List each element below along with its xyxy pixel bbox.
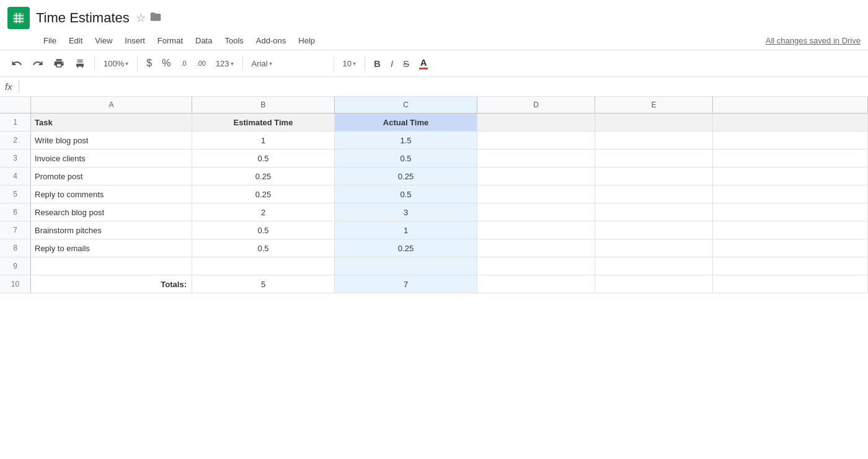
cell-5a[interactable]: Reply to comments xyxy=(31,185,192,203)
app-logo xyxy=(7,7,30,29)
cell-2b[interactable]: 1 xyxy=(192,131,335,149)
cell-4a[interactable]: Promote post xyxy=(31,167,192,185)
menu-view[interactable]: View xyxy=(89,35,118,47)
cell-9a[interactable] xyxy=(31,257,192,275)
cell-9e[interactable] xyxy=(595,257,713,275)
font-size-selector[interactable]: 10 ▾ xyxy=(339,57,360,70)
cell-5e[interactable] xyxy=(595,185,713,203)
cell-2rest xyxy=(713,131,868,149)
a-letter: A xyxy=(420,58,427,67)
cell-3e[interactable] xyxy=(595,149,713,167)
col-header-e[interactable]: E xyxy=(595,97,713,113)
font-size-label: 10 xyxy=(343,59,352,68)
italic-button[interactable]: I xyxy=(387,56,397,71)
cell-6c[interactable]: 3 xyxy=(335,203,477,221)
cell-1e[interactable] xyxy=(595,114,713,131)
menu-file[interactable]: File xyxy=(37,35,63,47)
folder-icon[interactable] xyxy=(149,11,162,26)
menu-tools[interactable]: Tools xyxy=(218,35,249,47)
cell-10c[interactable]: 7 xyxy=(335,275,477,293)
cell-4rest xyxy=(713,167,868,185)
row-num-4: 4 xyxy=(0,167,31,185)
zoom-selector[interactable]: 100% ▾ xyxy=(100,57,132,70)
row-num-7: 7 xyxy=(0,221,31,239)
cell-5rest xyxy=(713,185,868,203)
col-header-b[interactable]: B xyxy=(192,97,335,113)
print-button[interactable] xyxy=(50,55,68,71)
cell-7d[interactable] xyxy=(477,221,595,239)
font-selector[interactable]: Arial ▾ xyxy=(248,57,329,70)
decimal-decrease-button[interactable]: .0 xyxy=(177,57,190,69)
menu-addons[interactable]: Add-ons xyxy=(250,35,292,47)
cell-8c[interactable]: 0.25 xyxy=(335,239,477,257)
cell-4e[interactable] xyxy=(595,167,713,185)
toolbar: 100% ▾ $ % .0 .00 123 ▾ Arial ▾ 10 ▾ B I xyxy=(0,50,868,77)
cell-1b[interactable]: Estimated Time xyxy=(192,114,335,131)
menu-format[interactable]: Format xyxy=(151,35,189,47)
cell-4d[interactable] xyxy=(477,167,595,185)
cell-5c[interactable]: 0.5 xyxy=(335,185,477,203)
cell-2c[interactable]: 1.5 xyxy=(335,131,477,149)
star-icon[interactable]: ☆ xyxy=(136,11,146,25)
cell-3b[interactable]: 0.5 xyxy=(192,149,335,167)
row-num-3: 3 xyxy=(0,149,31,167)
cell-3c[interactable]: 0.5 xyxy=(335,149,477,167)
col-header-c[interactable]: C xyxy=(335,97,477,113)
cell-7e[interactable] xyxy=(595,221,713,239)
menu-help[interactable]: Help xyxy=(292,35,321,47)
cell-9c[interactable] xyxy=(335,257,477,275)
strikethrough-button[interactable]: S xyxy=(399,56,413,71)
menu-insert[interactable]: Insert xyxy=(118,35,151,47)
table-row: 1 Task Estimated Time Actual Time xyxy=(0,114,868,131)
cell-7a[interactable]: Brainstorm pitches xyxy=(31,221,192,239)
decimal-increase-button[interactable]: .00 xyxy=(193,57,210,69)
number-format-selector[interactable]: 123 ▾ xyxy=(212,57,237,70)
cell-1d[interactable] xyxy=(477,114,595,131)
cell-1c[interactable]: Actual Time xyxy=(335,114,477,131)
col-header-a[interactable]: A xyxy=(31,97,192,113)
cell-9b[interactable] xyxy=(192,257,335,275)
col-header-d[interactable]: D xyxy=(477,97,595,113)
menu-edit[interactable]: Edit xyxy=(63,35,89,47)
cell-7b[interactable]: 0.5 xyxy=(192,221,335,239)
format123-label: 123 xyxy=(216,59,229,68)
cell-5d[interactable] xyxy=(477,185,595,203)
row-num-5: 5 xyxy=(0,185,31,203)
toolbar-divider-5 xyxy=(365,56,365,71)
percent-button[interactable]: % xyxy=(158,55,174,71)
cell-10a[interactable]: Totals: xyxy=(31,275,192,293)
cell-1a[interactable]: Task xyxy=(31,114,192,131)
cell-2d[interactable] xyxy=(477,131,595,149)
cell-2e[interactable] xyxy=(595,131,713,149)
cell-4b[interactable]: 0.25 xyxy=(192,167,335,185)
cell-9d[interactable] xyxy=(477,257,595,275)
cell-5b[interactable]: 0.25 xyxy=(192,185,335,203)
formula-input[interactable] xyxy=(25,82,863,91)
cell-10d[interactable] xyxy=(477,275,595,293)
table-row: 8 Reply to emails 0.5 0.25 xyxy=(0,239,868,257)
cell-6e[interactable] xyxy=(595,203,713,221)
currency-button[interactable]: $ xyxy=(143,55,156,71)
text-color-button[interactable]: A xyxy=(415,55,432,72)
cell-8b[interactable]: 0.5 xyxy=(192,239,335,257)
paint-format-button[interactable] xyxy=(71,55,89,71)
cell-4c[interactable]: 0.25 xyxy=(335,167,477,185)
undo-button[interactable] xyxy=(7,55,26,71)
cell-8a[interactable]: Reply to emails xyxy=(31,239,192,257)
cell-10b[interactable]: 5 xyxy=(192,275,335,293)
cell-3d[interactable] xyxy=(477,149,595,167)
cell-3a[interactable]: Invoice clients xyxy=(31,149,192,167)
menu-data[interactable]: Data xyxy=(189,35,218,47)
cell-7c[interactable]: 1 xyxy=(335,221,477,239)
cell-6a[interactable]: Research blog post xyxy=(31,203,192,221)
row-num-9: 9 xyxy=(0,257,31,275)
redo-button[interactable] xyxy=(29,55,47,71)
decimal00-label: .00 xyxy=(197,60,206,67)
cell-2a[interactable]: Write blog post xyxy=(31,131,192,149)
cell-6d[interactable] xyxy=(477,203,595,221)
cell-8e[interactable] xyxy=(595,239,713,257)
cell-10e[interactable] xyxy=(595,275,713,293)
bold-button[interactable]: B xyxy=(370,56,384,71)
cell-6b[interactable]: 2 xyxy=(192,203,335,221)
cell-8d[interactable] xyxy=(477,239,595,257)
